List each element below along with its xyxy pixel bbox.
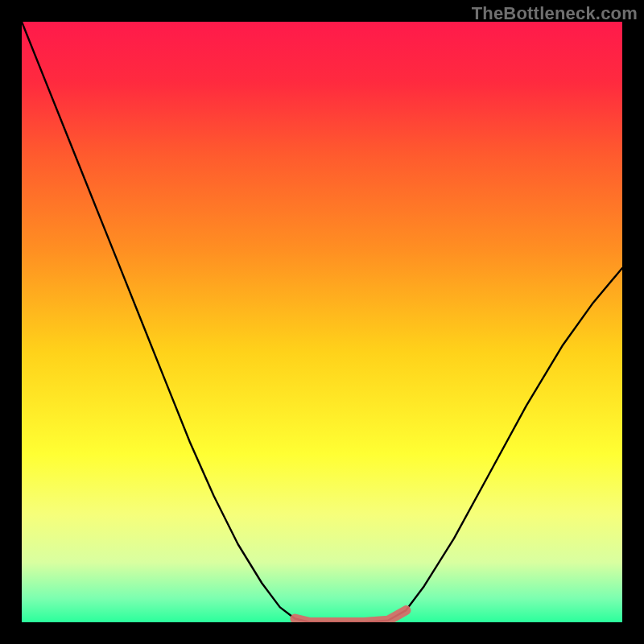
- chart-svg: [22, 22, 622, 622]
- plot-area: [22, 22, 622, 622]
- gradient-background: [22, 22, 622, 622]
- chart-frame: TheBottleneck.com: [0, 0, 644, 644]
- watermark-text: TheBottleneck.com: [472, 3, 638, 24]
